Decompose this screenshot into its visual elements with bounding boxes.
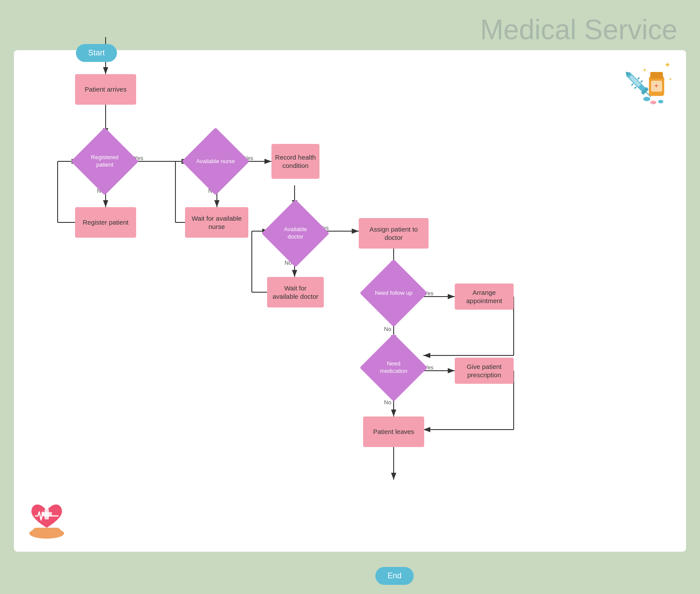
svg-text:✦: ✦ [664,61,671,69]
flowchart-card: + ✦ ✦ ✦ [14,50,686,552]
flowchart-arrows [14,50,686,552]
svg-rect-20 [32,528,61,536]
medical-icon-heart [23,499,71,539]
available-nurse-diamond: Available nurse [189,135,242,188]
register-patient-box: Register patient [75,207,136,238]
svg-rect-10 [650,72,663,79]
patient-arrives-box: Patient arrives [75,74,136,105]
page-wrapper: Medical Service Start [14,14,686,580]
svg-rect-7 [637,77,640,80]
svg-point-14 [650,101,656,104]
wait-doctor-box: Wait for available doctor [267,277,324,307]
svg-text:+: + [654,82,658,89]
give-prescription-box: Give patient prescription [455,358,514,384]
record-health-box: Record health condition [271,144,319,179]
svg-text:✦: ✦ [669,77,672,82]
end-node: End [375,567,414,585]
svg-rect-6 [634,86,637,89]
need-medication-diamond: Need medication [367,341,420,394]
available-doctor-diamond: Available doctor [269,207,322,259]
patient-leaves-box: Patient leaves [363,416,424,447]
svg-rect-1 [629,75,641,87]
label-no-followup: No [384,326,391,332]
svg-point-15 [658,100,663,103]
arrange-appointment-box: Arrange appointment [455,283,514,310]
page-title: Medical Service [14,14,686,46]
svg-rect-8 [640,80,643,83]
svg-rect-5 [631,83,634,86]
assign-doctor-box: Assign patient to doctor [359,218,429,249]
svg-point-13 [643,97,650,101]
registered-patient-diamond: Registered patient [79,135,131,188]
wait-nurse-box: Wait for available nurse [185,207,248,238]
start-node: Start [76,44,117,62]
medical-icon-syringe: + ✦ ✦ ✦ [612,59,673,107]
svg-text:✦: ✦ [642,67,647,73]
label-no-medication: No [384,399,391,406]
need-followup-diamond: Need follow up [367,267,420,319]
